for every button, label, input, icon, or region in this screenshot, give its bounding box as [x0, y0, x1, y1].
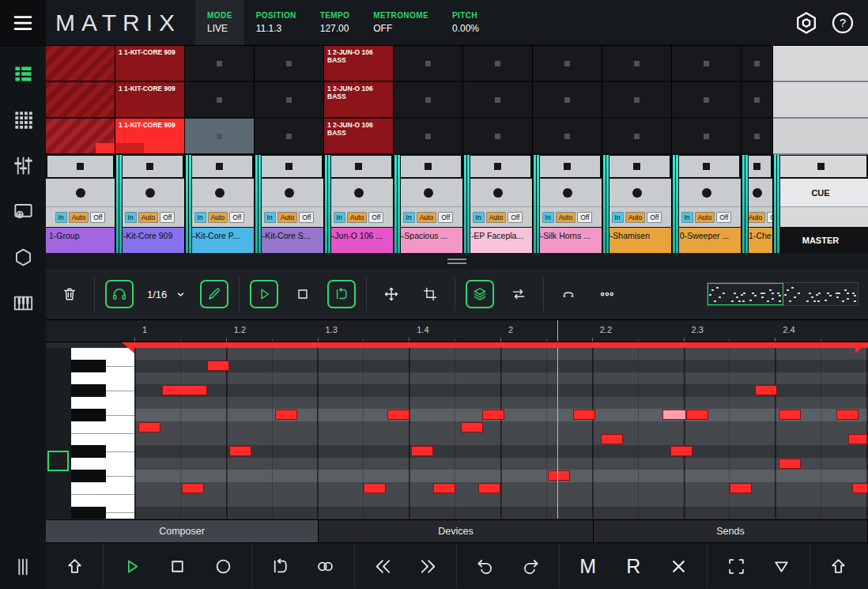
midi-note[interactable]	[411, 446, 433, 456]
stop-button[interactable]	[289, 280, 317, 308]
clip-slot[interactable]	[46, 119, 115, 155]
midi-note[interactable]	[461, 422, 483, 432]
master-track-name[interactable]: MASTER	[773, 228, 868, 253]
clip-slot[interactable]	[394, 46, 462, 82]
steps-button[interactable]	[593, 280, 621, 308]
clip-slot[interactable]	[672, 82, 741, 119]
monitor-auto-button[interactable]: Auto	[695, 212, 715, 223]
monitor-off-button[interactable]: Off	[90, 212, 105, 223]
monitor-in-button[interactable]: In	[264, 212, 276, 223]
sidebar-item-clip-editor[interactable]	[1, 188, 45, 234]
transport-clear-x-button[interactable]	[662, 549, 696, 583]
monitor-auto-button[interactable]: Auto	[138, 212, 159, 223]
clip-slot[interactable]	[602, 82, 671, 119]
clip-slot[interactable]	[394, 119, 462, 155]
clip-slot[interactable]	[742, 119, 772, 155]
clip-slot[interactable]	[255, 46, 323, 82]
sidebar-item-pads[interactable]	[1, 96, 45, 142]
clip-slot[interactable]	[185, 119, 254, 155]
midi-note[interactable]	[730, 483, 752, 493]
topbar-field-pitch[interactable]: PITCH0.00%	[440, 0, 491, 45]
monitor-in-button[interactable]: In	[403, 212, 415, 223]
monitor-off-button[interactable]: Off	[577, 212, 592, 223]
sidebar-item-mixer[interactable]	[1, 142, 45, 188]
track-stop-button[interactable]	[394, 155, 462, 179]
clip-slot[interactable]	[463, 46, 532, 82]
tab-composer[interactable]: Composer	[46, 519, 319, 542]
menu-button[interactable]	[0, 0, 46, 45]
metronome-button[interactable]: M	[571, 549, 606, 583]
clip-slot[interactable]	[46, 82, 115, 119]
black-key[interactable]	[71, 384, 106, 396]
topbar-field-mode[interactable]: MODELIVE	[195, 0, 244, 45]
transport-triangle-down-button[interactable]	[764, 549, 799, 583]
clip-slot[interactable]	[742, 46, 772, 82]
transport-play-button[interactable]	[115, 549, 149, 583]
clip-slot[interactable]	[672, 119, 741, 155]
monitor-in-button[interactable]: In	[681, 212, 693, 223]
monitor-off-button[interactable]: Off	[160, 212, 175, 223]
monitor-in-button[interactable]: In	[194, 212, 206, 223]
draw-button[interactable]	[200, 280, 228, 308]
clip-slot[interactable]: 1 2-JUN-O 106 BASS	[324, 119, 393, 155]
track-name[interactable]: 1-Group	[46, 228, 115, 253]
note-grid[interactable]	[134, 348, 868, 519]
track-stop-button[interactable]	[533, 155, 602, 179]
transport-record-button[interactable]	[206, 549, 240, 583]
track-stop-button[interactable]	[115, 155, 184, 179]
monitor-in-button[interactable]: In	[612, 212, 624, 223]
loop-end-handle[interactable]	[855, 342, 868, 353]
cue-button[interactable]: CUE	[773, 179, 868, 207]
monitor-auto-button[interactable]: Auto	[556, 212, 576, 223]
monitor-in-button[interactable]: In	[542, 212, 554, 223]
midi-note[interactable]	[573, 410, 595, 420]
topbar-field-tempo[interactable]: TEMPO127.00	[308, 0, 362, 45]
monitor-off-button[interactable]: Off	[299, 212, 314, 223]
tie-notes-button[interactable]	[554, 280, 583, 308]
midi-note[interactable]	[478, 483, 500, 493]
midi-note[interactable]	[482, 410, 504, 420]
selected-key-indicator[interactable]	[47, 451, 69, 471]
monitor-off-button[interactable]: Off	[229, 212, 244, 223]
monitor-off-button[interactable]: Off	[368, 212, 383, 223]
clip-slot[interactable]: 1 2-JUN-O 106 BASS	[324, 82, 393, 119]
master-clip-slot[interactable]	[773, 46, 868, 82]
monitor-auto-button[interactable]: Auto	[277, 212, 298, 223]
track-stop-button[interactable]	[255, 155, 323, 179]
midi-note[interactable]	[836, 410, 859, 420]
settings-hexagon-button[interactable]	[794, 10, 819, 36]
monitor-auto-button[interactable]: Auto	[486, 212, 507, 223]
black-key[interactable]	[71, 409, 106, 421]
midi-note[interactable]	[779, 459, 801, 469]
track-stop-button[interactable]	[46, 155, 115, 179]
sidebar-item-matrix[interactable]	[1, 51, 45, 96]
sidebar-item-keyboard[interactable]	[1, 280, 45, 326]
clip-slot[interactable]: 1 1-KIT-CORE 909	[115, 46, 184, 82]
monitor-off-button[interactable]: Off	[716, 212, 731, 223]
track-record-button[interactable]	[602, 179, 671, 207]
headphones-button[interactable]	[105, 280, 134, 308]
transport-skip-forward-button[interactable]	[411, 549, 446, 583]
monitor-auto-button[interactable]: Auto	[347, 212, 368, 223]
loop-region-bar[interactable]	[134, 342, 868, 348]
clip-slot[interactable]	[602, 46, 671, 82]
transport-skip-back-button[interactable]	[365, 549, 400, 583]
midi-note[interactable]	[138, 422, 160, 432]
track-record-button[interactable]	[463, 179, 532, 207]
midi-note[interactable]	[275, 410, 297, 420]
piano-keys[interactable]	[71, 348, 134, 519]
transport-loop-button[interactable]	[262, 549, 297, 583]
monitor-auto-button[interactable]: Auto	[69, 212, 89, 223]
monitor-in-button[interactable]: In	[125, 212, 137, 223]
midi-note[interactable]	[601, 434, 623, 444]
midi-note[interactable]	[207, 361, 229, 371]
clip-slot[interactable]	[672, 46, 741, 82]
black-key[interactable]	[71, 470, 106, 481]
layers-button[interactable]	[466, 280, 494, 308]
clip-slot[interactable]	[533, 119, 602, 155]
midi-note[interactable]	[848, 434, 867, 444]
track-name[interactable]: 4-Kit-Core S...	[255, 228, 323, 253]
tab-devices[interactable]: Devices	[319, 519, 594, 542]
loop-start-handle[interactable]	[122, 342, 134, 353]
crop-button[interactable]	[416, 280, 444, 308]
